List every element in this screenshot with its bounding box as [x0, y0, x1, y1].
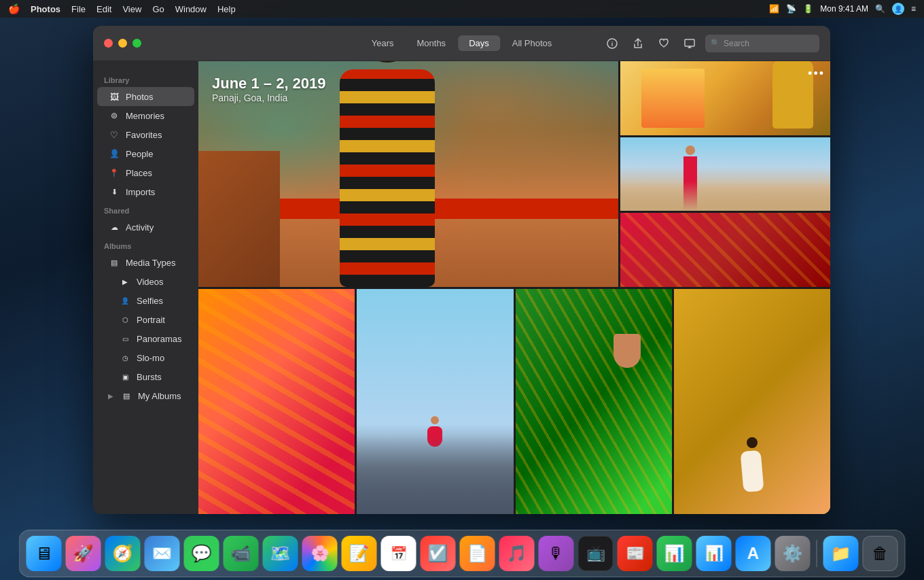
right-photo-2[interactable] [620, 137, 830, 211]
share-button[interactable] [628, 33, 648, 54]
dock-item-notes[interactable]: 📝 [342, 536, 377, 571]
dock-item-launchpad[interactable]: 🚀 [66, 536, 101, 571]
trash-icon: 🗑 [872, 544, 889, 563]
sidebar-item-videos[interactable]: ▶ Videos [97, 272, 194, 291]
textile-pattern-3 [516, 289, 672, 515]
sidebar-portrait-label: Portrait [137, 315, 165, 325]
dock-item-appstore[interactable]: A [736, 536, 771, 571]
dock-item-facetime[interactable]: 📹 [224, 536, 259, 571]
menubar-time: Mon 9:41 AM [820, 4, 868, 14]
sidebar-item-media-types[interactable]: ▤ Media Types [97, 253, 194, 272]
apple-menu-icon[interactable]: 🍎 [8, 3, 20, 14]
dock-item-maps[interactable]: 🗺️ [263, 536, 298, 571]
people-icon: 👤 [108, 148, 120, 160]
dock-item-appletv[interactable]: 📺 [578, 536, 614, 571]
sari-pattern-1 [198, 289, 355, 515]
sidebar-photos-label: Photos [126, 92, 153, 102]
bottom-photo-4[interactable] [674, 289, 830, 515]
main-featured-photo[interactable]: June 1 – 2, 2019 Panaji, Goa, India [198, 61, 618, 287]
dock-item-music[interactable]: 🎵 [499, 536, 535, 571]
control-center-icon[interactable]: ≡ [911, 4, 916, 14]
menubar-edit[interactable]: Edit [96, 4, 111, 14]
sidebar-item-panoramas[interactable]: ▭ Panoramas [97, 329, 194, 348]
right-photo-1[interactable]: ••• [620, 61, 830, 135]
tab-months[interactable]: Months [406, 35, 457, 51]
dock-item-messages[interactable]: 💬 [184, 536, 219, 571]
photo-date: June 1 – 2, 2019 [212, 75, 326, 92]
expand-icon: ▶ [108, 392, 113, 400]
dock-item-news[interactable]: 📰 [618, 536, 653, 571]
dock-item-photos[interactable]: 🌸 [302, 536, 338, 571]
bottom-photo-1[interactable] [198, 289, 355, 515]
more-options-button[interactable]: ••• [808, 67, 825, 81]
menubar-right: 📶 📡 🔋 Mon 9:41 AM 🔍 👤 ≡ [769, 3, 916, 15]
library-section-label: Library [93, 71, 198, 87]
close-button[interactable] [104, 39, 113, 48]
menubar-go[interactable]: Go [152, 4, 164, 14]
tab-years[interactable]: Years [361, 35, 405, 51]
tab-days[interactable]: Days [458, 35, 500, 51]
maps-icon: 🗺️ [270, 544, 291, 563]
sidebar-item-favorites[interactable]: ♡ Favorites [97, 125, 194, 144]
sidebar-item-photos[interactable]: 🖼 Photos [97, 87, 194, 106]
right-photo-3[interactable] [620, 213, 830, 287]
sidebar-videos-label: Videos [137, 277, 164, 287]
dock-item-finder[interactable]: 🖥 [26, 536, 62, 571]
dock-item-podcasts[interactable]: 🎙 [539, 536, 574, 571]
memories-icon: ⊚ [108, 109, 120, 122]
dock-item-calendar[interactable]: 📅 [381, 536, 416, 571]
dock-item-trash[interactable]: 🗑 [863, 536, 898, 571]
portrait-icon: ⬡ [119, 313, 131, 326]
menubar-view[interactable]: View [122, 4, 141, 14]
bottom-row-photos [198, 289, 830, 515]
menubar-window[interactable]: Window [175, 4, 207, 14]
sidebar-item-places[interactable]: 📍 Places [97, 163, 194, 182]
slideshow-button[interactable] [679, 33, 700, 54]
menubar-left: 🍎 Photos File Edit View Go Window Help [8, 3, 236, 14]
right-column-photos: ••• [620, 61, 830, 287]
sidebar-item-imports[interactable]: ⬇ Imports [97, 182, 194, 201]
minimize-button[interactable] [118, 39, 127, 48]
safari-icon: 🧭 [113, 544, 133, 563]
woman-figure [340, 69, 435, 287]
sidebar-item-slo-mo[interactable]: ◷ Slo-mo [97, 348, 194, 367]
search-bar[interactable]: 🔍 Search [705, 35, 819, 52]
sidebar-item-bursts[interactable]: ▣ Bursts [97, 367, 194, 386]
sidebar-item-memories[interactable]: ⊚ Memories [97, 106, 194, 125]
dock-item-reminders[interactable]: ☑️ [421, 536, 456, 571]
dock-item-keynote[interactable]: 📊 [696, 536, 732, 571]
menubar-search-icon[interactable]: 🔍 [875, 4, 885, 14]
ground-element [620, 182, 830, 211]
rocks-element [357, 435, 513, 514]
imports-icon: ⬇ [108, 186, 120, 198]
sidebar-item-portrait[interactable]: ⬡ Portrait [97, 310, 194, 329]
user-avatar[interactable]: 👤 [892, 3, 904, 15]
favorite-button[interactable] [654, 33, 674, 54]
fullscreen-button[interactable] [132, 39, 141, 48]
sidebar-item-selfies[interactable]: 👤 Selfies [97, 291, 194, 310]
tab-all-photos[interactable]: All Photos [501, 35, 563, 51]
menubar-help[interactable]: Help [217, 4, 236, 14]
sidebar-item-people[interactable]: 👤 People [97, 144, 194, 163]
selfies-icon: 👤 [119, 294, 131, 307]
sidebar-item-activity[interactable]: ☁ Activity [97, 218, 194, 237]
dock-item-safari[interactable]: 🧭 [105, 536, 141, 571]
bottom-photo-3[interactable] [516, 289, 672, 515]
menubar-file[interactable]: File [71, 4, 86, 14]
menubar-app-name[interactable]: Photos [31, 4, 60, 14]
photo-location: Panaji, Goa, India [212, 92, 326, 103]
dock-item-system-prefs[interactable]: ⚙️ [775, 536, 811, 571]
info-button[interactable]: i [602, 33, 622, 54]
sidebar-item-my-albums[interactable]: ▶ ▤ My Albums [97, 386, 194, 405]
dock-item-mail[interactable]: ✉️ [145, 536, 180, 571]
bottom-photo-2[interactable] [357, 289, 513, 515]
dock-item-pages[interactable]: 📄 [460, 536, 495, 571]
view-tabs: Years Months Days All Photos [361, 35, 563, 51]
messages-icon: 💬 [192, 544, 212, 563]
svg-rect-2 [685, 39, 694, 46]
places-icon: 📍 [108, 167, 120, 179]
dock-separator [817, 540, 817, 567]
dock-item-numbers[interactable]: 📊 [657, 536, 692, 571]
mail-icon: ✉️ [152, 544, 173, 563]
dock-item-folder[interactable]: 📁 [823, 536, 859, 571]
